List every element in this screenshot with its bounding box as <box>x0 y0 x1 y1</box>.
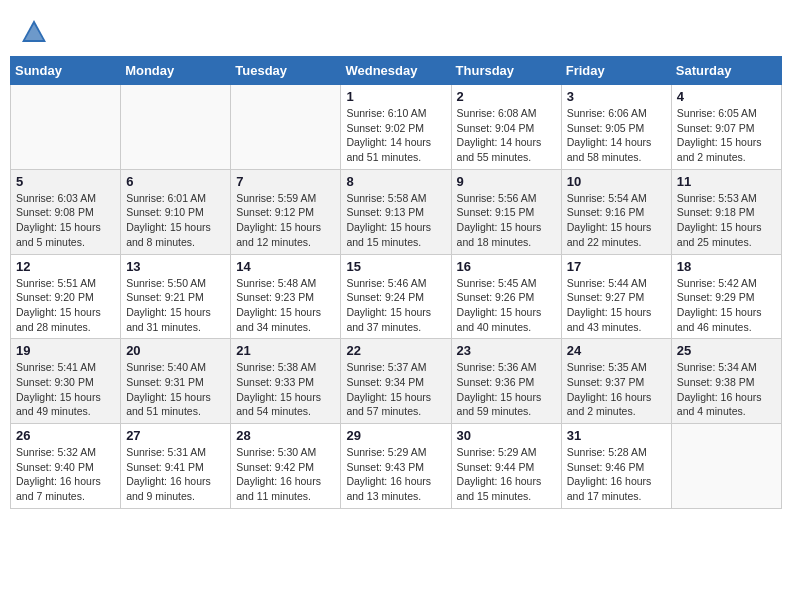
day-number: 28 <box>236 428 335 443</box>
weekday-header-friday: Friday <box>561 57 671 85</box>
calendar-day-4: 4Sunrise: 6:05 AM Sunset: 9:07 PM Daylig… <box>671 85 781 170</box>
calendar-day-10: 10Sunrise: 5:54 AM Sunset: 9:16 PM Dayli… <box>561 169 671 254</box>
day-number: 12 <box>16 259 115 274</box>
day-number: 29 <box>346 428 445 443</box>
weekday-header-saturday: Saturday <box>671 57 781 85</box>
calendar-day-29: 29Sunrise: 5:29 AM Sunset: 9:43 PM Dayli… <box>341 424 451 509</box>
calendar-empty-cell <box>671 424 781 509</box>
calendar-week-row: 19Sunrise: 5:41 AM Sunset: 9:30 PM Dayli… <box>11 339 782 424</box>
day-number: 31 <box>567 428 666 443</box>
day-info: Sunrise: 5:45 AM Sunset: 9:26 PM Dayligh… <box>457 276 556 335</box>
weekday-header-tuesday: Tuesday <box>231 57 341 85</box>
day-info: Sunrise: 5:36 AM Sunset: 9:36 PM Dayligh… <box>457 360 556 419</box>
day-number: 15 <box>346 259 445 274</box>
day-number: 3 <box>567 89 666 104</box>
weekday-header-row: SundayMondayTuesdayWednesdayThursdayFrid… <box>11 57 782 85</box>
day-info: Sunrise: 5:31 AM Sunset: 9:41 PM Dayligh… <box>126 445 225 504</box>
day-info: Sunrise: 5:38 AM Sunset: 9:33 PM Dayligh… <box>236 360 335 419</box>
day-number: 9 <box>457 174 556 189</box>
calendar-day-5: 5Sunrise: 6:03 AM Sunset: 9:08 PM Daylig… <box>11 169 121 254</box>
day-info: Sunrise: 5:51 AM Sunset: 9:20 PM Dayligh… <box>16 276 115 335</box>
day-info: Sunrise: 5:44 AM Sunset: 9:27 PM Dayligh… <box>567 276 666 335</box>
day-number: 8 <box>346 174 445 189</box>
calendar-day-8: 8Sunrise: 5:58 AM Sunset: 9:13 PM Daylig… <box>341 169 451 254</box>
logo <box>20 18 52 46</box>
calendar-day-18: 18Sunrise: 5:42 AM Sunset: 9:29 PM Dayli… <box>671 254 781 339</box>
day-number: 22 <box>346 343 445 358</box>
day-number: 23 <box>457 343 556 358</box>
day-info: Sunrise: 5:30 AM Sunset: 9:42 PM Dayligh… <box>236 445 335 504</box>
day-number: 18 <box>677 259 776 274</box>
calendar-day-27: 27Sunrise: 5:31 AM Sunset: 9:41 PM Dayli… <box>121 424 231 509</box>
day-info: Sunrise: 5:35 AM Sunset: 9:37 PM Dayligh… <box>567 360 666 419</box>
calendar-day-12: 12Sunrise: 5:51 AM Sunset: 9:20 PM Dayli… <box>11 254 121 339</box>
day-info: Sunrise: 5:34 AM Sunset: 9:38 PM Dayligh… <box>677 360 776 419</box>
calendar-day-23: 23Sunrise: 5:36 AM Sunset: 9:36 PM Dayli… <box>451 339 561 424</box>
calendar-day-30: 30Sunrise: 5:29 AM Sunset: 9:44 PM Dayli… <box>451 424 561 509</box>
calendar-day-7: 7Sunrise: 5:59 AM Sunset: 9:12 PM Daylig… <box>231 169 341 254</box>
calendar-day-31: 31Sunrise: 5:28 AM Sunset: 9:46 PM Dayli… <box>561 424 671 509</box>
day-info: Sunrise: 5:48 AM Sunset: 9:23 PM Dayligh… <box>236 276 335 335</box>
calendar-day-21: 21Sunrise: 5:38 AM Sunset: 9:33 PM Dayli… <box>231 339 341 424</box>
calendar-week-row: 5Sunrise: 6:03 AM Sunset: 9:08 PM Daylig… <box>11 169 782 254</box>
calendar-day-1: 1Sunrise: 6:10 AM Sunset: 9:02 PM Daylig… <box>341 85 451 170</box>
day-info: Sunrise: 5:32 AM Sunset: 9:40 PM Dayligh… <box>16 445 115 504</box>
day-number: 11 <box>677 174 776 189</box>
day-number: 26 <box>16 428 115 443</box>
day-number: 25 <box>677 343 776 358</box>
day-info: Sunrise: 5:28 AM Sunset: 9:46 PM Dayligh… <box>567 445 666 504</box>
day-number: 4 <box>677 89 776 104</box>
calendar-day-15: 15Sunrise: 5:46 AM Sunset: 9:24 PM Dayli… <box>341 254 451 339</box>
day-info: Sunrise: 6:05 AM Sunset: 9:07 PM Dayligh… <box>677 106 776 165</box>
calendar-day-11: 11Sunrise: 5:53 AM Sunset: 9:18 PM Dayli… <box>671 169 781 254</box>
day-info: Sunrise: 5:29 AM Sunset: 9:43 PM Dayligh… <box>346 445 445 504</box>
day-number: 1 <box>346 89 445 104</box>
calendar-day-13: 13Sunrise: 5:50 AM Sunset: 9:21 PM Dayli… <box>121 254 231 339</box>
weekday-header-sunday: Sunday <box>11 57 121 85</box>
day-info: Sunrise: 5:54 AM Sunset: 9:16 PM Dayligh… <box>567 191 666 250</box>
weekday-header-wednesday: Wednesday <box>341 57 451 85</box>
day-info: Sunrise: 5:41 AM Sunset: 9:30 PM Dayligh… <box>16 360 115 419</box>
day-number: 21 <box>236 343 335 358</box>
day-number: 6 <box>126 174 225 189</box>
calendar-table: SundayMondayTuesdayWednesdayThursdayFrid… <box>10 56 782 509</box>
day-number: 13 <box>126 259 225 274</box>
day-number: 10 <box>567 174 666 189</box>
day-number: 14 <box>236 259 335 274</box>
calendar-day-16: 16Sunrise: 5:45 AM Sunset: 9:26 PM Dayli… <box>451 254 561 339</box>
calendar-day-19: 19Sunrise: 5:41 AM Sunset: 9:30 PM Dayli… <box>11 339 121 424</box>
day-info: Sunrise: 5:46 AM Sunset: 9:24 PM Dayligh… <box>346 276 445 335</box>
day-info: Sunrise: 5:56 AM Sunset: 9:15 PM Dayligh… <box>457 191 556 250</box>
calendar-day-9: 9Sunrise: 5:56 AM Sunset: 9:15 PM Daylig… <box>451 169 561 254</box>
day-number: 20 <box>126 343 225 358</box>
calendar-week-row: 1Sunrise: 6:10 AM Sunset: 9:02 PM Daylig… <box>11 85 782 170</box>
day-number: 30 <box>457 428 556 443</box>
page-header <box>10 10 782 50</box>
day-number: 27 <box>126 428 225 443</box>
calendar-day-25: 25Sunrise: 5:34 AM Sunset: 9:38 PM Dayli… <box>671 339 781 424</box>
calendar-empty-cell <box>231 85 341 170</box>
calendar-day-22: 22Sunrise: 5:37 AM Sunset: 9:34 PM Dayli… <box>341 339 451 424</box>
day-info: Sunrise: 6:01 AM Sunset: 9:10 PM Dayligh… <box>126 191 225 250</box>
day-info: Sunrise: 5:40 AM Sunset: 9:31 PM Dayligh… <box>126 360 225 419</box>
weekday-header-monday: Monday <box>121 57 231 85</box>
day-number: 17 <box>567 259 666 274</box>
day-number: 19 <box>16 343 115 358</box>
logo-icon <box>20 18 48 46</box>
calendar-day-17: 17Sunrise: 5:44 AM Sunset: 9:27 PM Dayli… <box>561 254 671 339</box>
day-info: Sunrise: 5:37 AM Sunset: 9:34 PM Dayligh… <box>346 360 445 419</box>
day-number: 24 <box>567 343 666 358</box>
day-info: Sunrise: 6:10 AM Sunset: 9:02 PM Dayligh… <box>346 106 445 165</box>
calendar-day-6: 6Sunrise: 6:01 AM Sunset: 9:10 PM Daylig… <box>121 169 231 254</box>
day-info: Sunrise: 6:08 AM Sunset: 9:04 PM Dayligh… <box>457 106 556 165</box>
day-info: Sunrise: 5:58 AM Sunset: 9:13 PM Dayligh… <box>346 191 445 250</box>
day-number: 16 <box>457 259 556 274</box>
day-info: Sunrise: 5:42 AM Sunset: 9:29 PM Dayligh… <box>677 276 776 335</box>
day-info: Sunrise: 6:03 AM Sunset: 9:08 PM Dayligh… <box>16 191 115 250</box>
calendar-day-24: 24Sunrise: 5:35 AM Sunset: 9:37 PM Dayli… <box>561 339 671 424</box>
calendar-day-14: 14Sunrise: 5:48 AM Sunset: 9:23 PM Dayli… <box>231 254 341 339</box>
day-number: 5 <box>16 174 115 189</box>
day-number: 2 <box>457 89 556 104</box>
calendar-week-row: 26Sunrise: 5:32 AM Sunset: 9:40 PM Dayli… <box>11 424 782 509</box>
weekday-header-thursday: Thursday <box>451 57 561 85</box>
